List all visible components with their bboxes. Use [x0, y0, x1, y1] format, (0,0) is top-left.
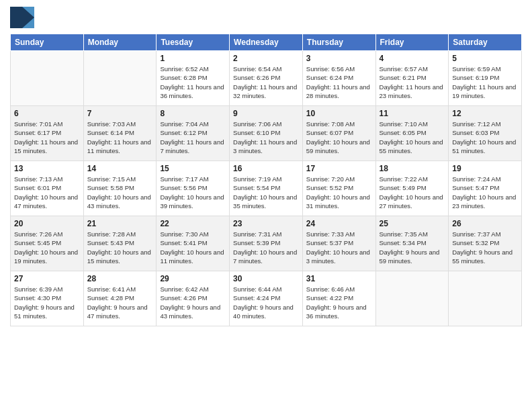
- day-number: 16: [233, 164, 299, 173]
- calendar-table: SundayMondayTuesdayWednesdayThursdayFrid…: [10, 34, 522, 326]
- day-number: 1: [160, 54, 226, 63]
- day-number: 31: [306, 274, 372, 283]
- day-number: 6: [14, 109, 80, 118]
- page: SundayMondayTuesdayWednesdayThursdayFrid…: [0, 0, 532, 411]
- day-info: Sunrise: 7:13 AM Sunset: 6:01 PM Dayligh…: [14, 175, 80, 210]
- day-cell: 1Sunrise: 6:52 AM Sunset: 6:28 PM Daylig…: [157, 51, 230, 106]
- day-info: Sunrise: 7:35 AM Sunset: 5:34 PM Dayligh…: [380, 230, 445, 265]
- day-info: Sunrise: 7:20 AM Sunset: 5:52 PM Dayligh…: [306, 175, 372, 210]
- day-cell: 7Sunrise: 7:03 AM Sunset: 6:14 PM Daylig…: [83, 106, 157, 161]
- day-number: 5: [452, 54, 518, 63]
- day-number: 8: [160, 109, 226, 118]
- day-cell: 23Sunrise: 7:31 AM Sunset: 5:39 PM Dayli…: [230, 216, 303, 271]
- day-number: 21: [87, 219, 153, 228]
- day-number: 11: [380, 109, 445, 118]
- day-info: Sunrise: 7:37 AM Sunset: 5:32 PM Dayligh…: [452, 230, 518, 265]
- day-info: Sunrise: 7:10 AM Sunset: 6:05 PM Dayligh…: [380, 120, 445, 155]
- day-cell: 28Sunrise: 6:41 AM Sunset: 4:28 PM Dayli…: [83, 271, 157, 326]
- day-cell: 24Sunrise: 7:33 AM Sunset: 5:37 PM Dayli…: [302, 216, 375, 271]
- day-number: 3: [306, 54, 372, 63]
- col-header-wednesday: Wednesday: [230, 34, 303, 51]
- day-number: 2: [233, 54, 299, 63]
- day-cell: 31Sunrise: 6:46 AM Sunset: 4:22 PM Dayli…: [302, 271, 375, 326]
- day-info: Sunrise: 7:06 AM Sunset: 6:10 PM Dayligh…: [233, 120, 299, 155]
- day-info: Sunrise: 7:01 AM Sunset: 6:17 PM Dayligh…: [14, 120, 80, 155]
- day-cell: 10Sunrise: 7:08 AM Sunset: 6:07 PM Dayli…: [302, 106, 375, 161]
- day-cell: 17Sunrise: 7:20 AM Sunset: 5:52 PM Dayli…: [302, 161, 375, 216]
- day-info: Sunrise: 6:52 AM Sunset: 6:28 PM Dayligh…: [160, 64, 226, 100]
- day-info: Sunrise: 6:57 AM Sunset: 6:21 PM Dayligh…: [380, 64, 445, 100]
- day-info: Sunrise: 7:22 AM Sunset: 5:49 PM Dayligh…: [380, 175, 445, 210]
- day-info: Sunrise: 6:44 AM Sunset: 4:24 PM Dayligh…: [233, 285, 299, 320]
- day-info: Sunrise: 7:17 AM Sunset: 5:56 PM Dayligh…: [160, 175, 226, 210]
- day-info: Sunrise: 7:33 AM Sunset: 5:37 PM Dayligh…: [306, 230, 372, 265]
- day-cell: 16Sunrise: 7:19 AM Sunset: 5:54 PM Dayli…: [230, 161, 303, 216]
- day-info: Sunrise: 6:54 AM Sunset: 6:26 PM Dayligh…: [233, 64, 299, 100]
- day-cell: [11, 51, 84, 106]
- day-info: Sunrise: 6:56 AM Sunset: 6:24 PM Dayligh…: [306, 64, 372, 100]
- day-info: Sunrise: 7:24 AM Sunset: 5:47 PM Dayligh…: [452, 175, 518, 210]
- day-number: 17: [306, 164, 372, 173]
- day-number: 25: [380, 219, 445, 228]
- day-number: 19: [452, 164, 518, 173]
- day-number: 26: [452, 219, 518, 228]
- day-info: Sunrise: 6:59 AM Sunset: 6:19 PM Dayligh…: [452, 64, 518, 100]
- col-header-friday: Friday: [375, 34, 449, 51]
- day-info: Sunrise: 6:46 AM Sunset: 4:22 PM Dayligh…: [306, 285, 372, 320]
- day-info: Sunrise: 6:41 AM Sunset: 4:28 PM Dayligh…: [87, 285, 153, 320]
- day-cell: 6Sunrise: 7:01 AM Sunset: 6:17 PM Daylig…: [11, 106, 84, 161]
- day-info: Sunrise: 6:42 AM Sunset: 4:26 PM Dayligh…: [160, 285, 226, 320]
- day-cell: 12Sunrise: 7:12 AM Sunset: 6:03 PM Dayli…: [449, 106, 522, 161]
- day-info: Sunrise: 6:39 AM Sunset: 4:30 PM Dayligh…: [14, 285, 80, 320]
- day-cell: 11Sunrise: 7:10 AM Sunset: 6:05 PM Dayli…: [375, 106, 449, 161]
- day-number: 23: [233, 219, 299, 228]
- header: [10, 7, 522, 28]
- day-number: 24: [306, 219, 372, 228]
- day-info: Sunrise: 7:08 AM Sunset: 6:07 PM Dayligh…: [306, 120, 372, 155]
- day-number: 13: [14, 164, 80, 173]
- day-cell: 27Sunrise: 6:39 AM Sunset: 4:30 PM Dayli…: [11, 271, 84, 326]
- day-cell: 21Sunrise: 7:28 AM Sunset: 5:43 PM Dayli…: [83, 216, 157, 271]
- day-number: 20: [14, 219, 80, 228]
- day-info: Sunrise: 7:26 AM Sunset: 5:45 PM Dayligh…: [14, 230, 80, 265]
- day-number: 7: [87, 109, 153, 118]
- day-info: Sunrise: 7:31 AM Sunset: 5:39 PM Dayligh…: [233, 230, 299, 265]
- day-cell: 13Sunrise: 7:13 AM Sunset: 6:01 PM Dayli…: [11, 161, 84, 216]
- day-info: Sunrise: 7:12 AM Sunset: 6:03 PM Dayligh…: [452, 120, 518, 155]
- day-cell: [83, 51, 157, 106]
- day-info: Sunrise: 7:19 AM Sunset: 5:54 PM Dayligh…: [233, 175, 299, 210]
- day-cell: 14Sunrise: 7:15 AM Sunset: 5:58 PM Dayli…: [83, 161, 157, 216]
- day-cell: 25Sunrise: 7:35 AM Sunset: 5:34 PM Dayli…: [375, 216, 449, 271]
- col-header-saturday: Saturday: [449, 34, 522, 51]
- week-row-2: 6Sunrise: 7:01 AM Sunset: 6:17 PM Daylig…: [11, 106, 522, 161]
- day-number: 30: [233, 274, 299, 283]
- week-row-3: 13Sunrise: 7:13 AM Sunset: 6:01 PM Dayli…: [11, 161, 522, 216]
- day-number: 10: [306, 109, 372, 118]
- day-number: 18: [380, 164, 445, 173]
- logo-icon: [10, 7, 34, 28]
- day-number: 28: [87, 274, 153, 283]
- day-info: Sunrise: 7:30 AM Sunset: 5:41 PM Dayligh…: [160, 230, 226, 265]
- day-cell: 22Sunrise: 7:30 AM Sunset: 5:41 PM Dayli…: [157, 216, 230, 271]
- day-number: 12: [452, 109, 518, 118]
- day-cell: 5Sunrise: 6:59 AM Sunset: 6:19 PM Daylig…: [449, 51, 522, 106]
- day-number: 27: [14, 274, 80, 283]
- day-cell: 19Sunrise: 7:24 AM Sunset: 5:47 PM Dayli…: [449, 161, 522, 216]
- day-info: Sunrise: 7:04 AM Sunset: 6:12 PM Dayligh…: [160, 120, 226, 155]
- day-info: Sunrise: 7:15 AM Sunset: 5:58 PM Dayligh…: [87, 175, 153, 210]
- day-cell: 9Sunrise: 7:06 AM Sunset: 6:10 PM Daylig…: [230, 106, 303, 161]
- day-number: 14: [87, 164, 153, 173]
- header-row: SundayMondayTuesdayWednesdayThursdayFrid…: [11, 34, 522, 51]
- day-number: 22: [160, 219, 226, 228]
- week-row-1: 1Sunrise: 6:52 AM Sunset: 6:28 PM Daylig…: [11, 51, 522, 106]
- day-number: 15: [160, 164, 226, 173]
- day-cell: 29Sunrise: 6:42 AM Sunset: 4:26 PM Dayli…: [157, 271, 230, 326]
- day-cell: 20Sunrise: 7:26 AM Sunset: 5:45 PM Dayli…: [11, 216, 84, 271]
- day-cell: 2Sunrise: 6:54 AM Sunset: 6:26 PM Daylig…: [230, 51, 303, 106]
- day-cell: [449, 271, 522, 326]
- col-header-monday: Monday: [83, 34, 157, 51]
- day-cell: 4Sunrise: 6:57 AM Sunset: 6:21 PM Daylig…: [375, 51, 449, 106]
- week-row-5: 27Sunrise: 6:39 AM Sunset: 4:30 PM Dayli…: [11, 271, 522, 326]
- day-cell: 3Sunrise: 6:56 AM Sunset: 6:24 PM Daylig…: [302, 51, 375, 106]
- day-info: Sunrise: 7:03 AM Sunset: 6:14 PM Dayligh…: [87, 120, 153, 155]
